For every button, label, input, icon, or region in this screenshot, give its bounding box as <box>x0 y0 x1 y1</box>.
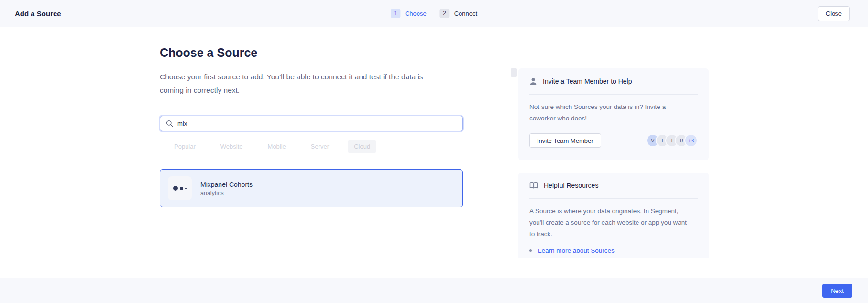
category-tabs: Popular Website Mobile Server Cloud <box>168 140 466 153</box>
step-choose-label: Choose <box>405 10 427 17</box>
step-connect[interactable]: 2 Connect <box>440 9 477 18</box>
wizard-header: Add a Source 1 Choose 2 Connect Close <box>0 0 868 27</box>
invite-panel-title: Invite a Team Member to Help <box>543 77 632 85</box>
tab-cloud[interactable]: Cloud <box>348 140 376 153</box>
resources-link-list: Learn more about Sources <box>529 247 698 254</box>
source-title: Mixpanel Cohorts <box>200 181 253 188</box>
bullet-icon <box>529 249 532 252</box>
choose-source-section: Choose a Source Choose your first source… <box>160 27 466 207</box>
invite-panel-text: Not sure which Sources your data is in? … <box>529 101 688 124</box>
wizard-footer: Next <box>0 278 868 303</box>
tab-mobile[interactable]: Mobile <box>262 140 292 153</box>
page-title: Add a Source <box>15 10 61 18</box>
step-connect-label: Connect <box>454 10 477 17</box>
tab-website[interactable]: Website <box>215 140 249 153</box>
list-item: Learn more about Sources <box>529 247 698 254</box>
team-avatar-stack: V T T R +6 <box>646 134 698 147</box>
search-input[interactable] <box>177 120 457 127</box>
sidebar-divider <box>517 68 517 258</box>
source-meta: Mixpanel Cohorts analytics <box>200 181 253 196</box>
divider <box>529 198 698 199</box>
next-button[interactable]: Next <box>822 284 852 298</box>
step-connect-number: 2 <box>440 9 450 18</box>
book-icon <box>529 182 538 189</box>
helpful-resources-panel: Helpful Resources A Source is where your… <box>518 173 709 258</box>
invite-panel-header: Invite a Team Member to Help <box>529 68 698 94</box>
source-category: analytics <box>200 190 253 196</box>
source-result-mixpanel-cohorts[interactable]: Mixpanel Cohorts analytics <box>160 169 463 207</box>
invite-team-member-button[interactable]: Invite Team Member <box>529 133 601 148</box>
resources-panel-text: A Source is where your data originates. … <box>529 206 688 240</box>
tab-server[interactable]: Server <box>305 140 335 153</box>
step-choose-number: 1 <box>391 9 400 18</box>
section-description: Choose your first source to add. You’ll … <box>160 70 444 97</box>
learn-more-sources-link[interactable]: Learn more about Sources <box>538 247 615 254</box>
divider <box>529 94 698 95</box>
mixpanel-dots-logo <box>168 176 192 200</box>
resources-panel-header: Helpful Resources <box>529 173 698 198</box>
step-choose[interactable]: 1 Choose <box>391 9 427 18</box>
close-button[interactable]: Close <box>818 6 850 21</box>
search-icon <box>166 120 173 127</box>
wizard-steps: 1 Choose 2 Connect <box>391 9 477 18</box>
resources-panel-title: Helpful Resources <box>544 182 598 189</box>
source-search-box[interactable] <box>160 116 463 131</box>
scrollbar-thumb[interactable] <box>511 68 517 77</box>
section-heading: Choose a Source <box>160 45 466 60</box>
avatar-overflow-count: +6 <box>684 134 698 147</box>
person-icon <box>529 77 537 86</box>
invite-team-panel: Invite a Team Member to Help Not sure wh… <box>518 68 709 160</box>
tab-popular[interactable]: Popular <box>168 140 201 153</box>
